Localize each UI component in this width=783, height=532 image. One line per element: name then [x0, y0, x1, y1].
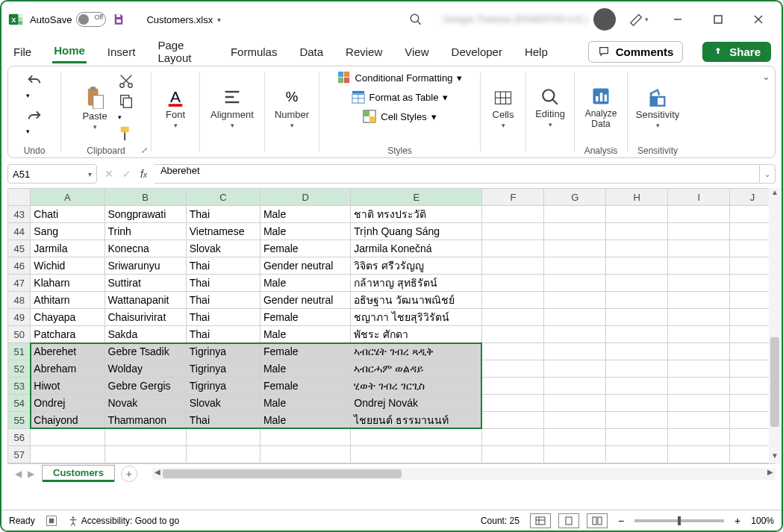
cell-F48[interactable]	[482, 292, 544, 309]
cell-C55[interactable]: Thai	[186, 412, 260, 429]
zoom-slider[interactable]	[634, 519, 724, 522]
cell-F46[interactable]	[482, 257, 544, 275]
cell-E50[interactable]: พัชระ ศักดา	[351, 326, 482, 343]
alignment-dropdown[interactable]: Alignment▾	[206, 85, 258, 131]
row-header-50[interactable]: 50	[8, 326, 31, 343]
cell-D43[interactable]: Male	[260, 206, 350, 223]
cell-G48[interactable]	[544, 292, 606, 309]
cell-E53[interactable]: ሂወት ገብረ ገርጊስ	[351, 378, 482, 395]
cell-B46[interactable]: Sriwarunyu	[104, 257, 186, 275]
horizontal-scroll-thumb[interactable]	[163, 469, 402, 478]
cell-B52[interactable]: Wolday	[104, 360, 186, 378]
sheet-nav-next[interactable]: ▶	[28, 469, 34, 479]
row-header-45[interactable]: 45	[8, 240, 31, 257]
cell-A49[interactable]: Chayapa	[31, 309, 104, 326]
cell-I44[interactable]	[668, 223, 730, 240]
row-header-52[interactable]: 52	[8, 360, 31, 378]
tab-help[interactable]: Help	[523, 41, 549, 63]
cell-I48[interactable]	[668, 292, 730, 309]
cell-H43[interactable]	[606, 206, 668, 223]
zoom-in-button[interactable]: +	[734, 515, 740, 527]
tab-page-layout[interactable]: Page Layout	[156, 34, 210, 69]
row-header-54[interactable]: 54	[8, 395, 31, 412]
cell-H46[interactable]	[606, 257, 668, 275]
cell-E54[interactable]: Ondrej Novák	[351, 395, 482, 412]
cell-C48[interactable]: Thai	[186, 292, 260, 309]
document-title[interactable]: Customers.xlsx ▾	[146, 14, 221, 25]
cells-dropdown[interactable]: Cells▾	[488, 85, 519, 131]
tab-insert[interactable]: Insert	[106, 41, 137, 63]
cell-D48[interactable]: Gender neutral	[260, 292, 350, 309]
col-header-I[interactable]: I	[668, 189, 730, 206]
cell-E43[interactable]: ชาติ ทรงประวัติ	[351, 206, 482, 223]
cell-G50[interactable]	[544, 326, 606, 343]
view-page-break-button[interactable]	[587, 513, 608, 528]
cell-D53[interactable]: Female	[260, 378, 350, 395]
cell-E49[interactable]: ชญาภา ไชยสุริวิรัตน์	[351, 309, 482, 326]
cell-B50[interactable]: Sakda	[104, 326, 186, 343]
cell-G44[interactable]	[544, 223, 606, 240]
cell-E48[interactable]: อธิษฐาน วัฒนาพณิชย์	[351, 292, 482, 309]
cell-C57[interactable]	[186, 446, 260, 463]
cell-B47[interactable]: Suttirat	[104, 275, 186, 292]
search-icon[interactable]	[409, 13, 422, 26]
cell-A46[interactable]: Wichid	[31, 257, 104, 275]
cell-A52[interactable]: Abreham	[31, 360, 104, 378]
expand-formula-bar-button[interactable]: ⌄	[759, 164, 776, 184]
spreadsheet-grid[interactable]: ABCDEFGHIJ43ChatiSongprawatiThaiMaleชาติ…	[7, 188, 776, 463]
cell-C54[interactable]: Slovak	[186, 395, 260, 412]
format-as-table-button[interactable]: Format as Table▾	[352, 90, 449, 104]
cell-B48[interactable]: Wattanapanit	[104, 292, 186, 309]
cell-B45[interactable]: Konecna	[104, 240, 186, 257]
cell-F54[interactable]	[482, 395, 544, 412]
insert-function-icon[interactable]: fx	[140, 168, 147, 180]
cut-button[interactable]	[118, 73, 134, 90]
tab-view[interactable]: View	[403, 41, 430, 63]
cell-D49[interactable]: Female	[260, 309, 350, 326]
cell-I45[interactable]	[668, 240, 730, 257]
cell-F53[interactable]	[482, 378, 544, 395]
row-header-46[interactable]: 46	[8, 257, 31, 275]
cell-D45[interactable]: Female	[260, 240, 350, 257]
font-dropdown[interactable]: A Font▾	[160, 85, 190, 131]
cell-F56[interactable]	[482, 429, 544, 446]
cell-C47[interactable]: Thai	[186, 275, 260, 292]
tab-file[interactable]: File	[12, 41, 33, 63]
sheet-nav-prev[interactable]: ◀	[15, 469, 22, 479]
cancel-formula-icon[interactable]: ✕	[104, 168, 113, 180]
cell-C44[interactable]: Vietnamese	[186, 223, 260, 240]
clipboard-dialog-launcher[interactable]: ⤢	[141, 145, 148, 155]
vertical-scroll-thumb[interactable]	[770, 337, 779, 427]
autosave-toggle[interactable]: Off	[76, 12, 106, 27]
cell-H50[interactable]	[606, 326, 668, 343]
tab-review[interactable]: Review	[344, 41, 384, 63]
cell-B56[interactable]	[104, 429, 186, 446]
cell-H49[interactable]	[606, 309, 668, 326]
undo-button[interactable]: ▾	[26, 71, 43, 101]
cell-I53[interactable]	[668, 378, 730, 395]
tab-home[interactable]: Home	[52, 40, 87, 63]
cell-E55[interactable]: ไชยยนต์ ธรรมานนท์	[351, 412, 482, 429]
cell-H54[interactable]	[606, 395, 668, 412]
cell-E47[interactable]: กล้าหาญ สุทธิรัตน์	[351, 275, 482, 292]
cell-A48[interactable]: Athitarn	[31, 292, 104, 309]
vertical-scrollbar[interactable]: ▲ ▼	[769, 188, 781, 463]
cell-F43[interactable]	[482, 206, 544, 223]
cell-H44[interactable]	[606, 223, 668, 240]
save-icon[interactable]	[112, 13, 125, 26]
share-button[interactable]: Share	[702, 42, 771, 62]
cell-G43[interactable]	[544, 206, 606, 223]
col-header-D[interactable]: D	[260, 189, 350, 206]
cell-F55[interactable]	[482, 412, 544, 429]
tab-data[interactable]: Data	[298, 41, 325, 63]
cell-A47[interactable]: Klaharn	[31, 275, 104, 292]
copy-button[interactable]: ▾	[118, 93, 134, 122]
row-header-47[interactable]: 47	[8, 275, 31, 292]
row-header-51[interactable]: 51	[8, 343, 31, 360]
cell-B49[interactable]: Chaisurivirat	[104, 309, 186, 326]
cell-F52[interactable]	[482, 360, 544, 378]
col-header-A[interactable]: A	[31, 189, 104, 206]
cell-I56[interactable]	[668, 429, 730, 446]
row-header-43[interactable]: 43	[8, 206, 31, 223]
close-button[interactable]	[741, 4, 776, 34]
